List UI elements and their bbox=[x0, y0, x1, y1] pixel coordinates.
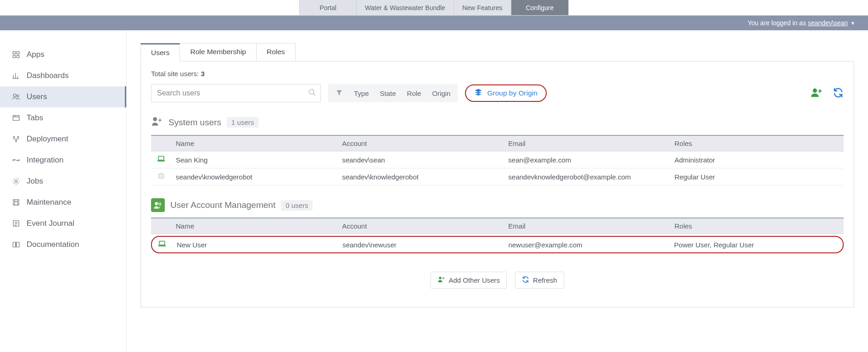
table-row[interactable]: Sean King seandev\sean sean@example.com … bbox=[151, 151, 844, 168]
dashboard-icon bbox=[12, 72, 20, 80]
sidebar-label-users: Users bbox=[27, 92, 47, 101]
add-other-users-label: Add Other Users bbox=[448, 276, 500, 284]
integration-icon bbox=[12, 156, 20, 164]
col-email[interactable]: Email bbox=[504, 135, 670, 151]
sidebar-item-jobs[interactable]: Jobs bbox=[0, 171, 126, 192]
stripe-prefix: You are logged in as bbox=[748, 19, 806, 27]
sidebar-item-maintenance[interactable]: Maintenance bbox=[0, 192, 126, 213]
tab-water-bundle[interactable]: Water & Wastewater Bundle bbox=[357, 0, 454, 15]
cell-roles: Regular User bbox=[670, 168, 844, 185]
col-roles[interactable]: Roles bbox=[670, 218, 844, 234]
col-name[interactable]: Name bbox=[171, 135, 337, 151]
table-row[interactable]: seandev\knowledgerobot seandev\knowledge… bbox=[151, 168, 844, 185]
filter-bar: Type State Role Origin bbox=[328, 84, 458, 102]
stripe-username[interactable]: seandev\sean bbox=[808, 19, 848, 27]
documentation-icon bbox=[12, 240, 20, 249]
svg-point-14 bbox=[17, 136, 19, 138]
refresh-icon[interactable] bbox=[833, 87, 844, 100]
top-navigation: Portal Water & Wastewater Bundle New Fea… bbox=[0, 0, 868, 16]
sidebar-item-documentation[interactable]: Documentation bbox=[0, 234, 126, 255]
event-journal-icon bbox=[12, 219, 20, 228]
table-row[interactable]: New User seandev\newuser newuser@example… bbox=[152, 237, 843, 252]
table-header-row: Name Account Email Roles bbox=[151, 218, 844, 234]
svg-point-9 bbox=[17, 95, 19, 97]
sidebar-item-integration[interactable]: Integration bbox=[0, 150, 126, 171]
refresh-button[interactable]: Refresh bbox=[515, 272, 564, 289]
svg-point-28 bbox=[813, 88, 817, 92]
svg-rect-41 bbox=[159, 241, 165, 245]
filter-state[interactable]: State bbox=[380, 89, 396, 97]
svg-rect-2 bbox=[13, 56, 15, 58]
svg-rect-0 bbox=[13, 51, 15, 54]
section-system-users-count: 1 users bbox=[227, 117, 258, 128]
section-uam-title: User Account Management bbox=[170, 200, 275, 210]
search-wrap bbox=[151, 84, 321, 102]
group-by-origin-button[interactable]: Group by Origin bbox=[465, 84, 546, 102]
cell-email: seandevknowledgerobot@example.com bbox=[504, 168, 670, 185]
col-account[interactable]: Account bbox=[337, 135, 504, 151]
svg-point-40 bbox=[159, 203, 161, 205]
filter-origin[interactable]: Origin bbox=[432, 89, 450, 97]
footer-buttons: Add Other Users Refresh bbox=[151, 272, 844, 289]
sidebar-label-jobs: Jobs bbox=[27, 177, 43, 186]
tab-configure[interactable]: Configure bbox=[511, 0, 569, 15]
total-site-users: Total site users: 3 bbox=[151, 70, 844, 78]
svg-point-8 bbox=[13, 94, 16, 97]
sidebar-item-apps[interactable]: Apps bbox=[0, 44, 126, 65]
total-label: Total site users: bbox=[151, 70, 199, 78]
sidebar-item-event-journal[interactable]: Event Journal bbox=[0, 213, 126, 234]
inner-tab-roles[interactable]: Roles bbox=[256, 43, 296, 61]
cell-name: seandev\knowledgerobot bbox=[171, 168, 337, 185]
total-count: 3 bbox=[201, 70, 204, 78]
sidebar-label-dashboards: Dashboards bbox=[27, 71, 69, 80]
filter-role[interactable]: Role bbox=[407, 89, 421, 97]
apps-icon bbox=[12, 50, 20, 59]
toolbar: Type State Role Origin Group by Origin bbox=[151, 84, 844, 102]
col-name[interactable]: Name bbox=[171, 218, 337, 234]
tab-portal[interactable]: Portal bbox=[299, 0, 357, 15]
add-other-users-button[interactable]: Add Other Users bbox=[431, 272, 507, 289]
sidebar-item-users[interactable]: Users bbox=[0, 86, 126, 107]
uam-users-table: New User seandev\newuser newuser@example… bbox=[152, 237, 843, 252]
inner-tab-role-membership[interactable]: Role Membership bbox=[179, 43, 256, 61]
sidebar-item-tabs[interactable]: Tabs bbox=[0, 107, 126, 129]
cell-roles: Power User, Regular User bbox=[670, 237, 843, 252]
svg-rect-3 bbox=[17, 56, 19, 58]
svg-point-13 bbox=[13, 136, 15, 138]
search-icon[interactable] bbox=[308, 89, 316, 98]
tabs-icon bbox=[12, 114, 20, 122]
tab-new-features[interactable]: New Features bbox=[454, 0, 511, 15]
sidebar-item-deployment[interactable]: Deployment bbox=[0, 129, 126, 150]
cell-email: newuser@example.com bbox=[504, 237, 669, 252]
col-email[interactable]: Email bbox=[504, 218, 670, 234]
caret-down-icon[interactable]: ▼ bbox=[851, 21, 855, 26]
system-users-table: Name Account Email Roles Sean King seand… bbox=[151, 135, 844, 185]
svg-point-15 bbox=[16, 140, 17, 142]
svg-point-18 bbox=[15, 180, 17, 183]
filter-icon bbox=[336, 89, 343, 98]
add-user-icon[interactable] bbox=[811, 88, 823, 99]
section-system-users-header: System users 1 users bbox=[151, 115, 844, 129]
search-input[interactable] bbox=[151, 84, 321, 102]
robot-icon bbox=[151, 168, 171, 185]
col-account[interactable]: Account bbox=[337, 218, 504, 234]
svg-point-43 bbox=[439, 277, 442, 279]
system-users-icon bbox=[151, 115, 163, 129]
sidebar-item-dashboards[interactable]: Dashboards bbox=[0, 65, 126, 86]
sidebar: Apps Dashboards Users Tabs Deployment bbox=[0, 30, 127, 352]
cell-account: seandev\knowledgerobot bbox=[337, 168, 504, 185]
cell-account: seandev\newuser bbox=[338, 237, 504, 252]
cell-name: New User bbox=[172, 237, 338, 252]
inner-tab-users[interactable]: Users bbox=[140, 43, 180, 61]
deployment-icon bbox=[12, 135, 20, 143]
filter-type[interactable]: Type bbox=[354, 89, 369, 97]
svg-point-31 bbox=[153, 117, 157, 121]
cell-name: Sean King bbox=[171, 151, 337, 168]
col-roles[interactable]: Roles bbox=[670, 135, 844, 151]
users-panel: Total site users: 3 Type State Role bbox=[140, 61, 854, 307]
sidebar-label-maintenance: Maintenance bbox=[27, 198, 71, 207]
user-stripe: You are logged in as seandev\sean ▼ bbox=[0, 16, 868, 30]
maintenance-icon bbox=[12, 198, 20, 207]
table-header-row: Name Account Email Roles bbox=[151, 135, 844, 151]
inner-tabs: Users Role Membership Roles bbox=[140, 43, 854, 61]
